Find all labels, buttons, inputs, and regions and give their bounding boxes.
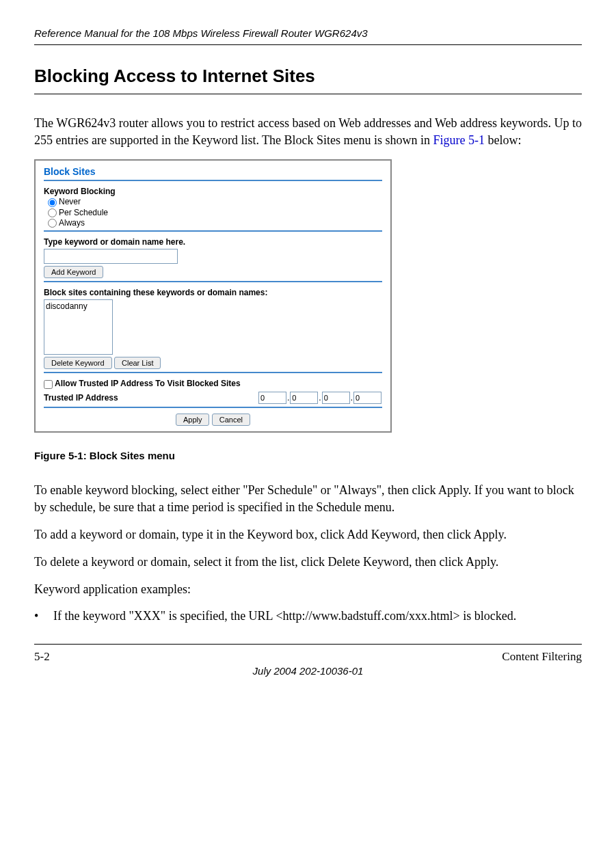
ip-octet-1[interactable] (258, 392, 286, 404)
allow-trusted-label: Allow Trusted IP Address To Visit Blocke… (55, 379, 241, 388)
divider (44, 407, 382, 408)
block-sites-containing-label: Block sites containing these keywords or… (44, 288, 382, 297)
radio-per-schedule-row[interactable]: Per Schedule (48, 208, 382, 217)
trusted-ip-row: Trusted IP Address ... (44, 392, 382, 404)
radio-per-schedule-label: Per Schedule (59, 208, 108, 217)
panel-title: Block Sites (44, 166, 382, 177)
page-footer: 5-2 Content Filtering (34, 644, 582, 664)
radio-per-schedule[interactable] (48, 208, 57, 217)
divider (44, 230, 382, 232)
paragraph-3: To delete a keyword or domain, select it… (34, 554, 582, 571)
trusted-ip-label: Trusted IP Address (44, 393, 258, 403)
delete-keyword-button[interactable]: Delete Keyword (44, 357, 112, 369)
ip-octet-2[interactable] (290, 392, 318, 404)
action-buttons: Apply Cancel (44, 414, 382, 426)
document-header: Reference Manual for the 108 Mbps Wirele… (34, 27, 582, 45)
footer-section: Content Filtering (502, 650, 582, 664)
bullet-item: • If the keyword "XXX" is specified, the… (34, 609, 582, 623)
block-sites-screenshot: Block Sites Keyword Blocking Never Per S… (34, 159, 392, 432)
list-item[interactable]: discodanny (46, 301, 111, 311)
figure-link[interactable]: Figure 5-1 (433, 133, 485, 147)
radio-always-label: Always (59, 218, 85, 228)
radio-never-label: Never (59, 197, 81, 206)
keyword-blocking-label: Keyword Blocking (44, 187, 382, 196)
paragraph-2: To add a keyword or domain, type it in t… (34, 526, 582, 543)
bullet-text: If the keyword "XXX" is specified, the U… (53, 609, 516, 623)
figure-caption: Figure 5-1: Block Sites menu (34, 450, 582, 461)
footer-date: July 2004 202-10036-01 (34, 665, 582, 677)
ip-octet-4[interactable] (353, 392, 381, 404)
add-keyword-button[interactable]: Add Keyword (44, 266, 103, 278)
intro-text-after: below: (485, 133, 522, 147)
ip-octet-3[interactable] (322, 392, 350, 404)
paragraph-1: To enable keyword blocking, select eithe… (34, 482, 582, 516)
allow-trusted-row[interactable]: Allow Trusted IP Address To Visit Blocke… (44, 379, 382, 388)
allow-trusted-checkbox[interactable] (44, 380, 53, 389)
keyword-input[interactable] (44, 249, 178, 264)
page-number: 5-2 (34, 650, 50, 664)
type-keyword-label: Type keyword or domain name here. (44, 237, 382, 247)
apply-button[interactable]: Apply (176, 414, 210, 426)
divider (44, 180, 382, 181)
intro-paragraph: The WGR624v3 router allows you to restri… (34, 115, 582, 149)
divider (44, 372, 382, 373)
divider (44, 281, 382, 282)
radio-always-row[interactable]: Always (48, 218, 382, 228)
radio-never-row[interactable]: Never (48, 197, 382, 206)
paragraph-4: Keyword application examples: (34, 581, 582, 598)
keyword-listbox[interactable]: discodanny (44, 299, 113, 355)
clear-list-button[interactable]: Clear List (114, 357, 161, 369)
bullet-marker: • (34, 609, 53, 623)
cancel-button[interactable]: Cancel (212, 414, 250, 426)
radio-never[interactable] (48, 198, 57, 207)
radio-always[interactable] (48, 219, 57, 228)
section-heading: Blocking Access to Internet Sites (34, 66, 582, 94)
